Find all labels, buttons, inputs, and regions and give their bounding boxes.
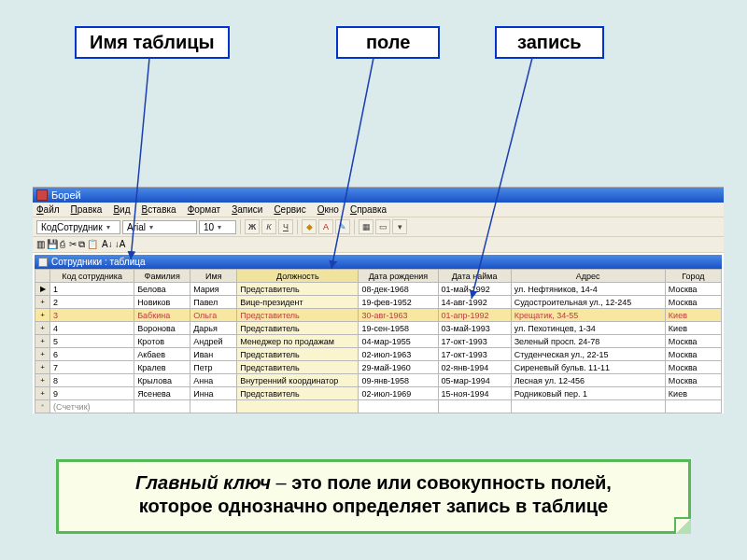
menu-item[interactable]: Файл (36, 204, 60, 215)
data-grid[interactable]: Код сотрудникаФамилияИмяДолжностьДата ро… (35, 269, 722, 413)
cell[interactable]: 4 (50, 322, 134, 335)
cell[interactable]: 9 (50, 387, 134, 400)
row-selector[interactable]: * (35, 400, 50, 413)
cell[interactable]: 8 (50, 374, 134, 387)
table-row[interactable]: ▶1БеловаМарияПредставитель08-дек-196801-… (35, 283, 722, 296)
table-row[interactable]: +4ВороноваДарьяПредставитель19-сен-19580… (35, 322, 722, 335)
menu-item[interactable]: Вставка (141, 204, 176, 215)
cell[interactable]: Крещатик, 34-55 (511, 309, 665, 322)
cell[interactable] (359, 400, 438, 413)
cell[interactable]: 09-янв-1958 (359, 374, 438, 387)
cell[interactable]: 17-окт-1993 (438, 348, 511, 361)
formatting-toolbar[interactable]: КодСотрудник Arial 10 Ж К Ч ◆ A ✎ ▦ ▭ ▾ (33, 217, 724, 237)
menu-item[interactable]: Окно (317, 204, 339, 215)
table-row[interactable]: +7КралевПетрПредставитель29-май-196002-я… (35, 361, 722, 374)
cell[interactable]: Киев (665, 322, 721, 335)
column-header[interactable]: Код сотрудника (50, 270, 134, 283)
row-selector[interactable]: + (35, 374, 50, 387)
menu-item[interactable]: Сервис (274, 204, 305, 215)
cell[interactable]: Вице-президент (237, 296, 359, 309)
cell[interactable]: Родниковый пер. 1 (511, 387, 665, 400)
cell[interactable]: Москва (665, 348, 721, 361)
cell[interactable]: Представитель (237, 387, 359, 400)
cell[interactable]: Внутренний координатор (237, 374, 359, 387)
cell[interactable]: Киев (665, 309, 721, 322)
cell[interactable]: Дарья (190, 322, 237, 335)
cell[interactable]: 05-мар-1994 (438, 374, 511, 387)
cell[interactable]: Представитель (237, 348, 359, 361)
sort-asc-button[interactable]: A↓ (102, 239, 113, 250)
more-button[interactable]: ▾ (392, 219, 407, 234)
cell[interactable]: Андрей (190, 335, 237, 348)
cell[interactable]: 6 (50, 348, 134, 361)
cell[interactable]: 7 (50, 361, 134, 374)
column-header[interactable]: Имя (190, 270, 237, 283)
cell[interactable]: Воронова (134, 322, 190, 335)
standard-toolbar[interactable]: ▥ 💾 ⎙ ✂ ⧉ 📋 A↓ ↓A (33, 237, 724, 253)
cell[interactable]: 3 (50, 309, 134, 322)
row-selector[interactable]: + (35, 309, 50, 322)
cell[interactable]: Новиков (134, 296, 190, 309)
cell[interactable]: 01-апр-1992 (438, 309, 511, 322)
cell[interactable]: Представитель (237, 283, 359, 296)
cell[interactable]: 5 (50, 335, 134, 348)
row-selector[interactable]: + (35, 335, 50, 348)
menu-item[interactable]: Вид (113, 204, 130, 215)
cell[interactable]: Бабкина (134, 309, 190, 322)
cell[interactable]: 02-янв-1994 (438, 361, 511, 374)
cell[interactable]: 02-июл-1963 (359, 348, 438, 361)
underline-button[interactable]: Ч (278, 219, 293, 234)
cell[interactable]: 02-июл-1969 (359, 387, 438, 400)
cell[interactable] (134, 400, 190, 413)
cell[interactable]: Анна (190, 374, 237, 387)
cell[interactable]: Крылова (134, 374, 190, 387)
column-header[interactable]: Дата найма (438, 270, 511, 283)
cell[interactable]: Москва (665, 374, 721, 387)
cell[interactable] (237, 400, 359, 413)
table-row[interactable]: +8КрыловаАннаВнутренний координатор09-ян… (35, 374, 722, 387)
line-color-button[interactable]: ✎ (335, 219, 350, 234)
cell[interactable]: Инна (190, 387, 237, 400)
table-row[interactable]: +3БабкинаОльгаПредставитель30-авг-196301… (35, 309, 722, 322)
cell[interactable]: Зеленый просп. 24-78 (511, 335, 665, 348)
cell[interactable]: 30-авг-1963 (359, 309, 438, 322)
menu-bar[interactable]: ФайлПравкаВидВставкаФорматЗаписиСервисОк… (33, 203, 724, 217)
font-size-selector[interactable]: 10 (199, 220, 236, 234)
cell[interactable]: ул. Пехотинцев, 1-34 (511, 322, 665, 335)
row-selector[interactable]: + (35, 348, 50, 361)
column-header[interactable]: Дата рождения (359, 270, 438, 283)
italic-button[interactable]: К (261, 219, 276, 234)
font-selector[interactable]: Arial (122, 220, 197, 234)
table-row[interactable]: +2НовиковПавелВице-президент19-фев-19521… (35, 296, 722, 309)
cell[interactable]: Москва (665, 335, 721, 348)
font-color-button[interactable]: A (318, 219, 333, 234)
cell[interactable]: 2 (50, 296, 134, 309)
menu-item[interactable]: Правка (71, 204, 103, 215)
cut-button[interactable]: ✂ (69, 239, 77, 250)
cell[interactable]: Мария (190, 283, 237, 296)
cell[interactable] (665, 400, 721, 413)
cell[interactable]: Лесная ул. 12-456 (511, 374, 665, 387)
cell[interactable]: Представитель (237, 322, 359, 335)
table-row[interactable]: +6АкбаевИванПредставитель02-июл-196317-о… (35, 348, 722, 361)
column-header[interactable]: Должность (237, 270, 359, 283)
cell[interactable]: ул. Нефтяников, 14-4 (511, 283, 665, 296)
sort-desc-button[interactable]: ↓A (115, 239, 126, 250)
view-button[interactable]: ▥ (36, 239, 45, 250)
menu-item[interactable]: Формат (188, 204, 221, 215)
cell[interactable]: Представитель (237, 309, 359, 322)
table-row[interactable]: +9ЯсеневаИннаПредставитель02-июл-196915-… (35, 387, 722, 400)
new-record-row[interactable]: *(Счетчик) (35, 400, 722, 413)
cell[interactable]: Студенческая ул., 22-15 (511, 348, 665, 361)
menu-item[interactable]: Справка (350, 204, 387, 215)
cell[interactable]: Кротов (134, 335, 190, 348)
cell[interactable]: Ясенева (134, 387, 190, 400)
cell[interactable]: 19-сен-1958 (359, 322, 438, 335)
column-header[interactable]: Город (665, 270, 721, 283)
cell[interactable]: 04-мар-1955 (359, 335, 438, 348)
cell[interactable]: (Счетчик) (50, 400, 134, 413)
copy-button[interactable]: ⧉ (78, 239, 85, 250)
row-selector[interactable]: + (35, 387, 50, 400)
row-selector[interactable]: + (35, 322, 50, 335)
cell[interactable]: 14-авг-1992 (438, 296, 511, 309)
